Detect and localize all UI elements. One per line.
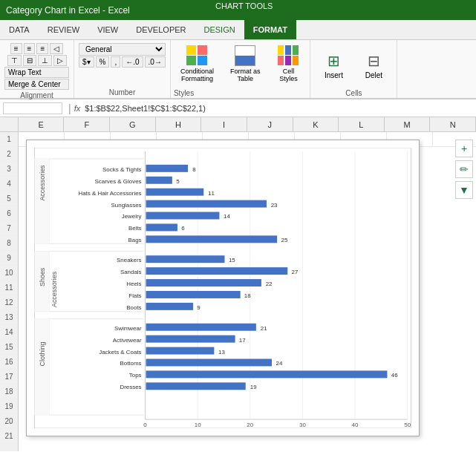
row-18[interactable]: 18 bbox=[0, 384, 18, 399]
svg-rect-60 bbox=[146, 324, 256, 331]
row-6[interactable]: 6 bbox=[0, 206, 18, 221]
align-center-btn[interactable]: ≡ bbox=[24, 43, 36, 54]
svg-text:Heels: Heels bbox=[126, 281, 141, 287]
cells-group: ⊞ Insert ⊟ Delet Cells bbox=[310, 40, 397, 98]
svg-rect-66 bbox=[146, 347, 215, 355]
col-header-G[interactable]: G bbox=[110, 117, 156, 131]
align-top-btn[interactable]: ⊤ bbox=[7, 55, 22, 66]
col-header-H[interactable]: H bbox=[156, 117, 202, 131]
tab-design[interactable]: DESIGN bbox=[195, 19, 244, 39]
tab-review[interactable]: REVIEW bbox=[39, 19, 88, 39]
align-bottom-btn[interactable]: ⊥ bbox=[38, 55, 52, 66]
insert-icon: ⊞ bbox=[327, 52, 340, 70]
svg-rect-54 bbox=[146, 303, 194, 310]
svg-text:Boots: Boots bbox=[126, 304, 141, 311]
svg-text:18: 18 bbox=[244, 292, 251, 299]
col-header-M[interactable]: M bbox=[385, 117, 431, 131]
svg-rect-30 bbox=[146, 212, 220, 220]
number-format-select[interactable]: General bbox=[79, 43, 166, 56]
merge-center-btn[interactable]: Merge & Center bbox=[4, 79, 69, 90]
row-13[interactable]: 13 bbox=[0, 310, 18, 325]
row-10[interactable]: 10 bbox=[0, 266, 18, 281]
col-header-I[interactable]: I bbox=[201, 117, 247, 131]
svg-rect-79 bbox=[34, 319, 49, 415]
align-row-1: ≡ ≡ ≡ ◁ bbox=[4, 43, 69, 54]
col-header-K[interactable]: K bbox=[293, 117, 339, 131]
svg-text:24: 24 bbox=[276, 360, 283, 367]
increase-decimal-btn[interactable]: .0→ bbox=[145, 56, 166, 68]
col-headers: E F G H I J K L M N bbox=[0, 117, 476, 132]
styles-label: Styles bbox=[174, 89, 194, 97]
align-left-btn[interactable]: ≡ bbox=[10, 43, 22, 54]
indent-increase-btn[interactable]: ▷ bbox=[53, 55, 67, 66]
tab-data[interactable]: DATA bbox=[0, 19, 39, 39]
align-right-btn[interactable]: ≡ bbox=[36, 43, 48, 54]
cell-styles-btn[interactable]: CellStyles bbox=[270, 42, 307, 86]
row-2[interactable]: 2 bbox=[0, 147, 18, 162]
col-header-N[interactable]: N bbox=[430, 117, 476, 131]
row-20[interactable]: 20 bbox=[0, 414, 18, 429]
row-16[interactable]: 16 bbox=[0, 355, 18, 370]
delete-icon: ⊟ bbox=[368, 52, 380, 70]
ribbon-content: ≡ ≡ ≡ ◁ ⊤ ⊟ ⊥ ▷ Wrap Text Merge & Center bbox=[0, 40, 476, 99]
number-buttons: General $▾ % , ←.0 .0→ bbox=[79, 43, 166, 68]
row-21[interactable]: 21 bbox=[0, 429, 18, 444]
percent-btn[interactable]: % bbox=[96, 56, 110, 68]
svg-text:Accessories: Accessories bbox=[50, 271, 58, 307]
add-chart-element-btn[interactable]: + bbox=[455, 140, 473, 157]
svg-text:19: 19 bbox=[250, 384, 257, 390]
align-middle-btn[interactable]: ⊟ bbox=[23, 55, 36, 66]
merge-row: Merge & Center bbox=[4, 79, 69, 90]
row-19[interactable]: 19 bbox=[0, 399, 18, 414]
chart-container[interactable]: 0 10 20 30 40 50 Accessories bbox=[26, 140, 420, 436]
col-header-E[interactable]: E bbox=[19, 117, 65, 131]
row-15[interactable]: 15 bbox=[0, 340, 18, 355]
ribbon-tabs: DATA REVIEW VIEW DEVELOPER DESIGN FORMAT bbox=[0, 20, 476, 40]
insert-btn[interactable]: ⊞ Insert bbox=[315, 43, 352, 88]
svg-text:15: 15 bbox=[229, 257, 235, 263]
row-3[interactable]: 3 bbox=[0, 162, 18, 177]
number-group: General $▾ % , ←.0 .0→ Number bbox=[74, 40, 171, 98]
row-header-spacer bbox=[0, 117, 19, 131]
svg-text:Shoes: Shoes bbox=[39, 267, 46, 286]
delete-label: Delet bbox=[365, 71, 382, 79]
col-header-F[interactable]: F bbox=[64, 117, 110, 131]
row-17[interactable]: 17 bbox=[0, 370, 18, 384]
align-row-2: ⊤ ⊟ ⊥ ▷ bbox=[4, 55, 69, 66]
grid-area: 0 10 20 30 40 50 Accessories bbox=[19, 132, 476, 451]
chart-style-btn[interactable]: ✏ bbox=[455, 160, 473, 178]
tab-format[interactable]: FORMAT bbox=[244, 19, 296, 39]
tab-view[interactable]: VIEW bbox=[88, 19, 127, 39]
cell-styles-label: CellStyles bbox=[279, 68, 298, 82]
currency-btn[interactable]: $▾ bbox=[79, 56, 94, 68]
svg-text:Scarves & Gloves: Scarves & Gloves bbox=[94, 178, 141, 185]
svg-text:Swimwear: Swimwear bbox=[114, 325, 142, 332]
col-header-J[interactable]: J bbox=[247, 117, 293, 131]
row-7[interactable]: 7 bbox=[0, 221, 18, 236]
row-4[interactable]: 4 bbox=[0, 177, 18, 191]
chart-filter-btn[interactable]: ▼ bbox=[455, 181, 473, 199]
wrap-text-btn[interactable]: Wrap Text bbox=[4, 67, 69, 78]
comma-btn[interactable]: , bbox=[111, 56, 120, 68]
indent-decrease-btn[interactable]: ◁ bbox=[50, 43, 63, 54]
row-9[interactable]: 9 bbox=[0, 251, 18, 266]
styles-buttons-row: ConditionalFormatting Format asTable Cel… bbox=[174, 42, 307, 86]
format-as-table-btn[interactable]: Format asTable bbox=[224, 42, 267, 86]
decrease-decimal-btn[interactable]: ←.0 bbox=[122, 56, 143, 68]
conditional-formatting-btn[interactable]: ConditionalFormatting bbox=[174, 42, 221, 86]
col-header-L[interactable]: L bbox=[339, 117, 385, 131]
row-14[interactable]: 14 bbox=[0, 325, 18, 340]
svg-text:25: 25 bbox=[281, 237, 288, 243]
svg-rect-48 bbox=[146, 279, 261, 286]
svg-rect-45 bbox=[146, 267, 288, 275]
row-8[interactable]: 8 bbox=[0, 236, 18, 251]
row-11[interactable]: 11 bbox=[0, 281, 18, 295]
row-5[interactable]: 5 bbox=[0, 191, 18, 206]
formula-bar-divider: | bbox=[68, 102, 71, 114]
row-1[interactable]: 1 bbox=[0, 132, 18, 147]
svg-text:22: 22 bbox=[266, 281, 273, 287]
delete-btn[interactable]: ⊟ Delet bbox=[355, 43, 392, 88]
row-12[interactable]: 12 bbox=[0, 295, 18, 310]
tab-developer[interactable]: DEVELOPER bbox=[127, 19, 195, 39]
name-box[interactable] bbox=[3, 102, 62, 114]
